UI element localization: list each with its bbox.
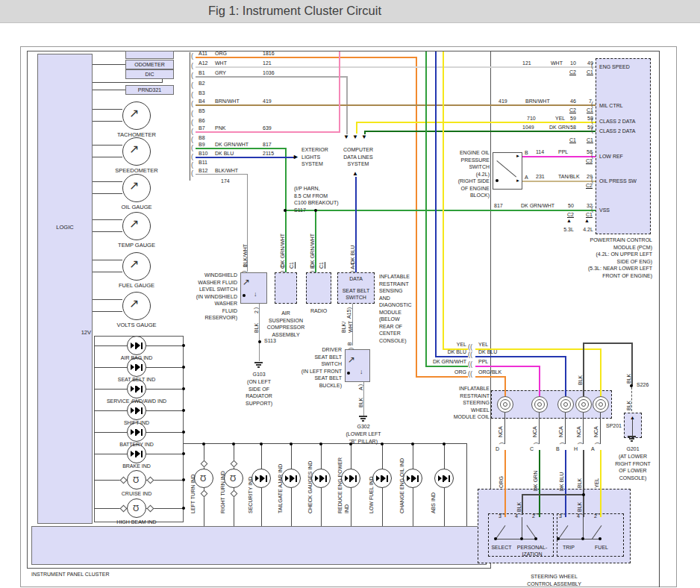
pcm-signal-label: ENG SPEED	[599, 63, 630, 71]
wire-color-label: NCA	[531, 419, 538, 437]
note-line: WHEEL	[471, 407, 490, 413]
wire-segment	[93, 193, 122, 194]
wire-color-label: PPL	[478, 358, 488, 366]
note-line: DIAGNOSTIC	[379, 302, 412, 307]
note-line: SIDE OF ENG)	[617, 259, 652, 264]
wire-org-blk	[475, 376, 506, 378]
connector-cavity-icon: (	[191, 154, 193, 160]
wire-org	[504, 450, 506, 517]
note-line: (I/P HARN,	[294, 186, 320, 191]
connector-cavity-icon: (	[191, 72, 193, 79]
splice-dot	[494, 537, 497, 540]
variant-label: 4.2L	[579, 226, 597, 234]
coil-note: INFLATABLERESTRAINTSTEERINGWHEELMODULE C…	[448, 385, 490, 421]
connector-cavity-icon: (	[191, 92, 193, 98]
pin-label: 59	[587, 124, 593, 131]
circuit-label: 174	[221, 178, 230, 185]
pin-label: B	[525, 149, 528, 157]
splice-dot	[202, 442, 205, 445]
wire-blk	[259, 342, 260, 361]
note-line: COMPUTER	[343, 147, 373, 152]
wire-segment	[93, 231, 122, 232]
wire-color-label: BLK	[357, 392, 364, 407]
connector-cavity-icon: (	[191, 162, 193, 169]
pcm-signal-label: CLASS 2 DATA	[599, 118, 635, 125]
pin-label: A4	[349, 259, 356, 269]
note-line: WINDSHIELD	[204, 272, 237, 278]
splice-dot	[599, 537, 601, 540]
note-line: MODULE	[379, 310, 401, 315]
wire-color-label: NCA	[497, 419, 504, 437]
wire-color-label: BLK	[253, 316, 260, 333]
connector-cavity-icon: (	[191, 137, 193, 143]
ground-label: G103	[243, 371, 275, 378]
pin-label: 32	[587, 202, 593, 210]
wire-tan-blk	[522, 181, 596, 182]
wire-dk-grn-wht	[427, 366, 468, 367]
indicator-label: CHANGE ENG OIL IND	[399, 449, 405, 513]
circuit-label: 1036	[263, 69, 275, 77]
pin-label: C	[530, 445, 534, 453]
note-line: MODULE (PCM)	[613, 245, 652, 250]
splice-dot	[182, 431, 185, 434]
cluster-bottom-box	[31, 526, 487, 565]
air-suspension-box	[275, 272, 297, 304]
wire-segment	[583, 517, 584, 539]
wire-color-label: PPL	[558, 148, 568, 156]
coil-icon	[575, 396, 592, 413]
exterior-lights-note: EXTERIORLIGHTSSYSTEM	[301, 146, 328, 168]
logic-box	[37, 54, 93, 524]
wire-segment	[539, 413, 540, 444]
note-line: CENTER	[379, 331, 401, 336]
gauge-label: TEMP GAUGE	[99, 242, 174, 249]
wire-pnk	[339, 51, 340, 133]
splice-s113-dot	[258, 340, 261, 343]
wire-dk-grn	[539, 450, 540, 517]
coil-icon	[531, 396, 548, 413]
pin-label: 3	[499, 513, 501, 520]
pin-label: A12	[199, 60, 207, 67]
note-line: SYSTEM	[301, 161, 323, 166]
indicator-label: CHECK GAUGES IND	[307, 449, 313, 513]
note-line: REAR OF	[379, 324, 402, 329]
connector-label: C1	[569, 137, 576, 144]
bulb-icon: Ω	[133, 504, 139, 512]
pin-label: 59	[570, 115, 576, 122]
circuit-label: 419	[499, 98, 507, 105]
wire-color-label: WHT	[347, 319, 354, 333]
cutoff-box	[125, 51, 174, 59]
pin-label: 58	[587, 115, 593, 122]
note-line: SENSING	[379, 288, 403, 293]
wire-segment	[93, 219, 122, 220]
switch-arrow-icon: ↗	[243, 278, 250, 287]
switch-arrow-icon: ↓	[254, 290, 257, 298]
ground-note: (ON LEFTSIDE OFRADIATORSUPPORT)	[229, 378, 289, 407]
connector-label: C2	[586, 182, 593, 190]
wire-color-label: DK BLU	[558, 467, 565, 491]
wire-color-label: BLK/WHT	[215, 167, 238, 175]
indicator-label: TAILGATE AJAR IND	[277, 449, 284, 513]
gauge-needle-icon: ↗	[129, 298, 139, 310]
arrow-right-icon: ►	[293, 154, 299, 160]
arrow-up-icon: ▲	[584, 218, 590, 224]
ground-label: G302	[347, 423, 380, 431]
sdm-note: INFLATABLERESTRAINTSENSINGANDDIAGNOSTICM…	[379, 273, 412, 344]
arrow-right-icon: ►	[516, 178, 520, 184]
splice-dot	[232, 442, 235, 445]
wire-color-label: NCA	[557, 419, 564, 437]
connector-cavity-icon: (	[280, 271, 286, 273]
switch-arrow-icon: ↓	[360, 367, 363, 376]
indicator-label: REDUCE ENG POWER IND	[337, 449, 350, 513]
circuit-label: 2115	[263, 150, 274, 157]
note-line: POWERTRAIN CONTROL	[590, 237, 653, 243]
note-line: CONSOLE)	[619, 475, 647, 481]
circuit-label: 817	[494, 202, 503, 210]
connector-cavity-icon: (	[191, 145, 193, 151]
bus-rail	[184, 443, 467, 444]
circuit-label: 121	[263, 60, 272, 67]
note-line: STEERING	[463, 400, 490, 405]
wire-segment	[93, 145, 122, 146]
indicator-label: ABS IND	[430, 449, 437, 513]
led-icon	[131, 407, 143, 414]
wire-color-label: BLK/	[340, 319, 347, 333]
